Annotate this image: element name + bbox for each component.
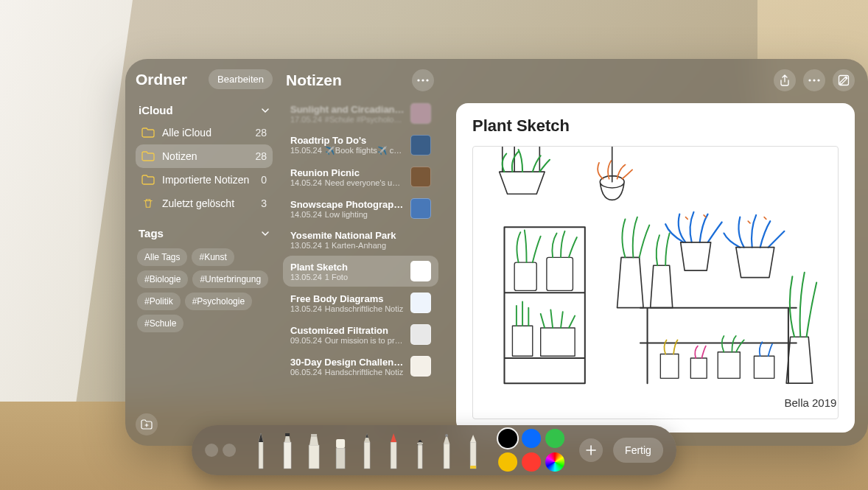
folder-item-importierte-notizen[interactable]: Importierte Notizen0 [136, 168, 273, 192]
content-area: Plant Sketch [446, 59, 868, 446]
svg-point-0 [417, 79, 419, 81]
color-swatch[interactable] [498, 452, 517, 472]
svg-rect-13 [718, 352, 740, 379]
section-tags[interactable]: Tags [136, 223, 273, 244]
note-thumbnail [410, 198, 431, 219]
note-item[interactable]: Plant Sketch13.05.241 Foto [283, 256, 438, 287]
tag-politik[interactable]: #Politik [137, 293, 181, 310]
edit-button[interactable]: Bearbeiten [209, 69, 273, 89]
note-item[interactable]: Free Body Diagrams13.05.24Handschriftlic… [283, 287, 438, 318]
note-item[interactable]: Snowscape Photography14.05.24Low lightin… [283, 193, 438, 224]
color-swatch[interactable] [522, 452, 541, 472]
tag-psychologie[interactable]: #Psychologie [185, 293, 252, 310]
color-swatch[interactable] [545, 452, 564, 472]
sketch-area[interactable]: Bella 2019 [472, 146, 839, 419]
folder-item-alle-icloud[interactable]: Alle iCloud28 [136, 121, 273, 144]
tool-brush[interactable] [410, 430, 430, 470]
note-item[interactable]: Yosemite National Park13.05.241 Karten-A… [283, 225, 438, 255]
tool-marker[interactable] [277, 430, 298, 470]
note-thumbnail [410, 167, 431, 187]
palette-handle[interactable] [205, 444, 236, 457]
note-thumbnail [410, 103, 431, 124]
folder-label: Zuletzt gelöscht [162, 197, 261, 209]
note-item-subtitle: 14.05.24Low lighting [290, 210, 405, 219]
add-tool-button[interactable] [579, 438, 603, 462]
svg-rect-24 [418, 445, 422, 469]
folder-plus-icon [141, 419, 153, 430]
tag-biologie[interactable]: #Biologie [137, 270, 188, 288]
sidebar-title: Ordner [136, 71, 187, 88]
ellipsis-icon [808, 79, 820, 82]
note-item-subtitle: 13.05.241 Foto [290, 273, 405, 281]
note-item-title: Plant Sketch [290, 262, 405, 273]
tag-kunst[interactable]: #Kunst [192, 248, 234, 266]
note-item-title: Roadtrip To Do's [290, 135, 405, 146]
svg-point-2 [426, 79, 428, 81]
note-thumbnail [410, 261, 431, 281]
note-item[interactable]: Reunion Picnic14.05.24Need everyone's up… [283, 161, 438, 192]
app-window: Ordner Bearbeiten iCloud Alle iCloud28No… [125, 59, 868, 446]
color-swatch[interactable] [545, 429, 564, 448]
svg-point-3 [808, 79, 811, 81]
content-more-button[interactable] [803, 69, 825, 91]
folder-count: 28 [255, 150, 267, 162]
note-item-subtitle: 13.05.24Handschriftliche Notiz [290, 304, 405, 313]
note-item-subtitle: 06.05.24Handschriftliche Notiz [290, 368, 405, 377]
section-icloud[interactable]: iCloud [136, 99, 273, 121]
done-button[interactable]: Fertig [613, 438, 663, 463]
note-item-title: Snowscape Photography [290, 199, 405, 210]
share-icon [780, 74, 790, 86]
note-thumbnail [410, 293, 431, 313]
note-item[interactable]: Customized Filtration09.05.24Our mission… [283, 319, 438, 350]
tag-unterbringung[interactable]: #Unterbringung [192, 270, 268, 288]
tag-schule[interactable]: #Schule [137, 315, 183, 332]
svg-rect-9 [512, 326, 532, 356]
folder-item-notizen[interactable]: Notizen28 [136, 144, 273, 168]
note-thumbnail [410, 135, 431, 155]
notes-more-button[interactable] [412, 69, 434, 91]
tool-pencil[interactable] [357, 430, 377, 470]
new-folder-button[interactable] [136, 413, 158, 435]
chevron-down-icon [261, 229, 270, 238]
plus-icon [585, 444, 597, 456]
tool-pen[interactable] [251, 430, 271, 470]
share-button[interactable] [774, 69, 796, 91]
note-item-subtitle: 17.05.24#Schule #Psychologie #… [290, 115, 405, 124]
folder-label: Notizen [162, 150, 255, 162]
note-item[interactable]: 30-Day Design Challenge06.05.24Handschri… [283, 351, 438, 382]
svg-rect-28 [470, 442, 476, 469]
svg-rect-26 [444, 444, 449, 469]
note-item-title: Free Body Diagrams [290, 293, 405, 304]
folder-count: 3 [261, 197, 267, 209]
color-swatch[interactable] [522, 429, 541, 448]
svg-rect-10 [541, 328, 575, 356]
notes-column: Notizen Sunlight and Circadian Rhyt…17.0… [280, 59, 446, 446]
color-swatch[interactable] [498, 429, 517, 448]
note-thumbnail [410, 324, 431, 345]
note-item[interactable]: Roadtrip To Do's15.05.24✈️Book flights✈️… [283, 130, 438, 161]
note-canvas: Plant Sketch [456, 103, 855, 433]
tool-watercolor[interactable] [436, 430, 457, 470]
svg-rect-23 [391, 442, 396, 469]
note-item[interactable]: Sunlight and Circadian Rhyt…17.05.24#Sch… [283, 98, 438, 129]
tool-highlighter[interactable] [304, 430, 324, 470]
folder-item-zuletzt-gelöscht[interactable]: Zuletzt gelöscht3 [136, 192, 273, 215]
svg-point-1 [421, 79, 424, 81]
note-item-title: Sunlight and Circadian Rhyt… [290, 104, 405, 115]
ellipsis-icon [417, 79, 429, 82]
tool-eraser[interactable] [330, 430, 351, 470]
plant-sketch-drawing: Bella 2019 [473, 147, 838, 419]
folder-count: 0 [261, 174, 267, 186]
svg-rect-29 [470, 466, 476, 469]
tool-crayon[interactable] [383, 430, 404, 470]
svg-point-25 [417, 442, 423, 445]
tool-fill[interactable] [463, 430, 483, 470]
chevron-down-icon [261, 106, 270, 115]
folder-label: Importierte Notizen [162, 174, 261, 186]
tag-alle-tags[interactable]: Alle Tags [137, 248, 187, 266]
drawing-tool-palette: Fertig [192, 425, 676, 475]
compose-button[interactable] [833, 69, 855, 91]
svg-rect-21 [336, 439, 345, 448]
svg-text:Bella 2019: Bella 2019 [784, 396, 836, 409]
svg-rect-8 [547, 257, 573, 290]
